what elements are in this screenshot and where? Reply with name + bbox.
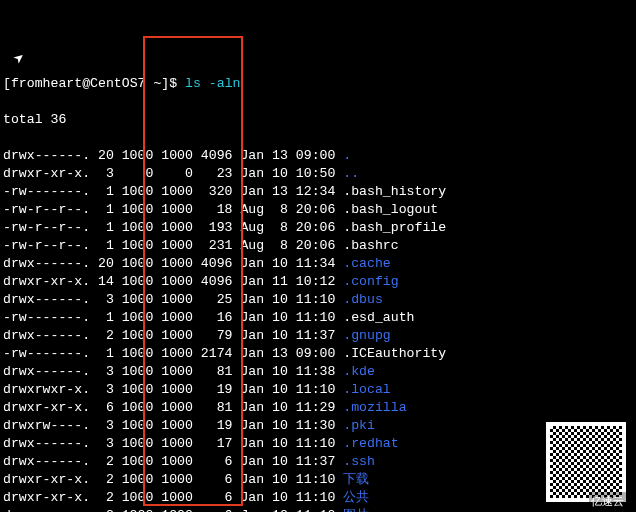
- row-filename: .esd_auth: [343, 310, 414, 325]
- row-filename: ..: [343, 166, 359, 181]
- row-meta: drwx------. 2 1000 1000 79 Jan 10 11:37: [3, 328, 343, 343]
- prompt-user: fromheart: [11, 76, 82, 91]
- row-filename: .bash_logout: [343, 202, 438, 217]
- listing-row: drwx------. 3 1000 1000 17 Jan 10 11:10 …: [3, 435, 633, 453]
- row-filename: .bashrc: [343, 238, 398, 253]
- listing-row: -rw-r--r--. 1 1000 1000 231 Aug 8 20:06 …: [3, 237, 633, 255]
- listing-row: drwx------. 20 1000 1000 4096 Jan 13 09:…: [3, 147, 633, 165]
- row-filename: .config: [343, 274, 398, 289]
- row-filename: 公共: [343, 490, 369, 505]
- row-filename: .: [343, 148, 351, 163]
- listing-row: drwx------. 2 1000 1000 79 Jan 10 11:37 …: [3, 327, 633, 345]
- listing-row: drwxr-xr-x. 3 0 0 23 Jan 10 10:50 ..: [3, 165, 633, 183]
- row-filename: .dbus: [343, 292, 383, 307]
- mouse-cursor-icon: ➤: [10, 49, 30, 70]
- watermark-label: 亿速云: [589, 492, 626, 512]
- listing-row: -rw-------. 1 1000 1000 2174 Jan 13 09:0…: [3, 345, 633, 363]
- row-filename: .redhat: [343, 436, 398, 451]
- listing-row: drwxr-xr-x. 2 1000 1000 6 Jan 10 11:10 下…: [3, 471, 633, 489]
- row-meta: drwx------. 20 1000 1000 4096 Jan 10 11:…: [3, 256, 343, 271]
- row-filename: .bash_profile: [343, 220, 446, 235]
- listing-row: drwx------. 3 1000 1000 25 Jan 10 11:10 …: [3, 291, 633, 309]
- row-meta: -rw-------. 1 1000 1000 2174 Jan 13 09:0…: [3, 346, 343, 361]
- row-meta: drwxr-xr-x. 2 1000 1000 6 Jan 10 11:10: [3, 472, 343, 487]
- listing-row: drwxrwxr-x. 3 1000 1000 19 Jan 10 11:10 …: [3, 381, 633, 399]
- row-meta: drwx------. 3 1000 1000 17 Jan 10 11:10: [3, 436, 343, 451]
- listing-row: drwxr-xr-x. 6 1000 1000 81 Jan 10 11:29 …: [3, 399, 633, 417]
- row-meta: drwxrw----. 3 1000 1000 19 Jan 10 11:30: [3, 418, 343, 433]
- listing-row: drwxr-xr-x. 14 1000 1000 4096 Jan 11 10:…: [3, 273, 633, 291]
- listing-rows: drwx------. 20 1000 1000 4096 Jan 13 09:…: [3, 147, 633, 512]
- row-filename: .kde: [343, 364, 375, 379]
- row-meta: -rw-r--r--. 1 1000 1000 193 Aug 8 20:06: [3, 220, 343, 235]
- listing-row: drwx------. 2 1000 1000 6 Jan 10 11:37 .…: [3, 453, 633, 471]
- listing-row: drwx------. 20 1000 1000 4096 Jan 10 11:…: [3, 255, 633, 273]
- prompt-symbol: $: [169, 76, 177, 91]
- listing-row: drwxr-xr-x. 2 1000 1000 6 Jan 10 11:10 公…: [3, 489, 633, 507]
- row-meta: drwxr-xr-x. 3 0 0 23 Jan 10 10:50: [3, 166, 343, 181]
- row-meta: drwx------. 3 1000 1000 81 Jan 10 11:38: [3, 364, 343, 379]
- prompt-host: CentOS7: [90, 76, 145, 91]
- row-meta: drwx------. 20 1000 1000 4096 Jan 13 09:…: [3, 148, 343, 163]
- row-filename: .bash_history: [343, 184, 446, 199]
- row-meta: drwxr-xr-x. 2 1000 1000 6 Jan 10 11:10: [3, 490, 343, 505]
- row-filename: .pki: [343, 418, 375, 433]
- listing-row: -rw-------. 1 1000 1000 16 Jan 10 11:10 …: [3, 309, 633, 327]
- command-text: ls -aln: [185, 76, 240, 91]
- listing-row: -rw-------. 1 1000 1000 320 Jan 13 12:34…: [3, 183, 633, 201]
- row-filename: .local: [343, 382, 390, 397]
- listing-row: -rw-r--r--. 1 1000 1000 193 Aug 8 20:06 …: [3, 219, 633, 237]
- row-filename: 图片: [343, 508, 369, 512]
- listing-row: -rw-r--r--. 1 1000 1000 18 Aug 8 20:06 .…: [3, 201, 633, 219]
- row-meta: -rw-------. 1 1000 1000 16 Jan 10 11:10: [3, 310, 343, 325]
- row-filename: 下载: [343, 472, 369, 487]
- row-filename: .mozilla: [343, 400, 406, 415]
- listing-row: drwxrw----. 3 1000 1000 19 Jan 10 11:30 …: [3, 417, 633, 435]
- row-meta: drwx------. 2 1000 1000 6 Jan 10 11:37: [3, 454, 343, 469]
- row-meta: -rw-r--r--. 1 1000 1000 231 Aug 8 20:06: [3, 238, 343, 253]
- listing-row: drwxr-xr-x. 2 1000 1000 6 Jan 10 11:10 图…: [3, 507, 633, 512]
- row-filename: .ICEauthority: [343, 346, 446, 361]
- qr-code-icon: [546, 422, 626, 502]
- listing-row: drwx------. 3 1000 1000 81 Jan 10 11:38 …: [3, 363, 633, 381]
- row-meta: drwxr-xr-x. 6 1000 1000 81 Jan 10 11:29: [3, 400, 343, 415]
- row-filename: .gnupg: [343, 328, 390, 343]
- row-filename: .ssh: [343, 454, 375, 469]
- row-meta: -rw-r--r--. 1 1000 1000 18 Aug 8 20:06: [3, 202, 343, 217]
- row-filename: .cache: [343, 256, 390, 271]
- row-meta: drwxr-xr-x. 2 1000 1000 6 Jan 10 11:10: [3, 508, 343, 512]
- prompt-line[interactable]: [fromheart@CentOS7 ~]$ ls -aln: [3, 75, 633, 93]
- row-meta: drwx------. 3 1000 1000 25 Jan 10 11:10: [3, 292, 343, 307]
- row-meta: drwxr-xr-x. 14 1000 1000 4096 Jan 11 10:…: [3, 274, 343, 289]
- row-meta: drwxrwxr-x. 3 1000 1000 19 Jan 10 11:10: [3, 382, 343, 397]
- total-line: total 36: [3, 111, 633, 129]
- row-meta: -rw-------. 1 1000 1000 320 Jan 13 12:34: [3, 184, 343, 199]
